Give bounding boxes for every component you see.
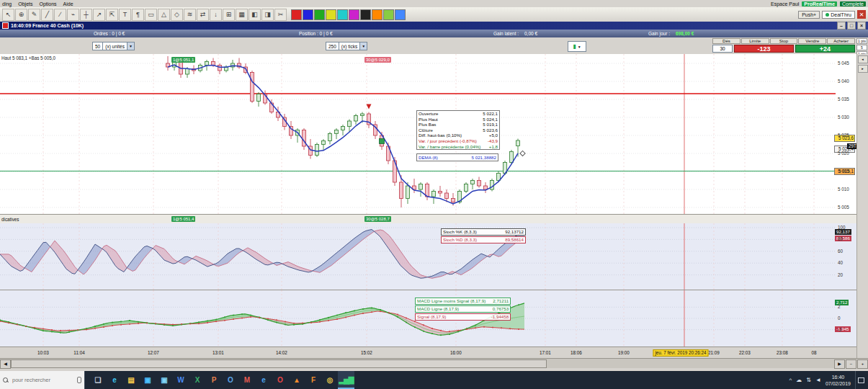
dealthru-status-dot bbox=[826, 13, 829, 17]
chart-style-selector[interactable]: ▮ ▼ bbox=[568, 41, 586, 52]
color-swatch-4[interactable] bbox=[337, 9, 348, 20]
color-swatch-1[interactable] bbox=[303, 9, 313, 20]
chrome-icon[interactable]: ◎ bbox=[321, 371, 338, 389]
chevron-down-icon[interactable]: ▼ bbox=[360, 42, 367, 50]
triangle-tool-icon[interactable]: △ bbox=[158, 9, 170, 21]
pencil-icon[interactable]: ✎ bbox=[28, 9, 40, 21]
menu-objets[interactable]: Objets bbox=[18, 1, 32, 6]
vlc-icon[interactable]: ▲ bbox=[288, 371, 305, 389]
color-swatch-6[interactable] bbox=[360, 9, 371, 20]
menu-ding[interactable]: ding bbox=[2, 1, 12, 6]
outlook-icon[interactable]: O bbox=[222, 371, 238, 389]
zoom-in-icon[interactable]: + bbox=[857, 359, 868, 369]
task-view-icon[interactable]: ❏ bbox=[89, 371, 106, 389]
split-right-icon[interactable]: ◨ bbox=[261, 9, 274, 21]
ticks-unit[interactable]: (x) ticks bbox=[339, 42, 360, 50]
zoom-icon[interactable]: ⊕ bbox=[15, 9, 27, 21]
price-chart-panel[interactable]: Haut 5 083,1 +Bas 5 005,0 1@5 051,1 30@5… bbox=[0, 54, 857, 214]
line-tool-icon[interactable]: ╱ bbox=[41, 9, 53, 21]
color-swatch-7[interactable] bbox=[372, 9, 382, 20]
menu-options[interactable]: Options bbox=[39, 1, 56, 6]
taskbar-search[interactable] bbox=[0, 371, 85, 389]
chevron-down-icon[interactable]: ▼ bbox=[127, 42, 135, 50]
units-value[interactable]: 50 bbox=[92, 42, 103, 50]
color-swatch-0[interactable] bbox=[291, 9, 302, 20]
cloud-icon[interactable]: ☁ bbox=[796, 377, 802, 383]
network-icon[interactable]: ⇅ bbox=[806, 377, 811, 383]
scroll-right-icon[interactable]: ▶ bbox=[834, 359, 845, 369]
color-swatch-8[interactable] bbox=[383, 9, 394, 20]
dealthru-button[interactable]: DealThru bbox=[822, 11, 855, 19]
compare-icon[interactable]: ⇄ bbox=[197, 9, 209, 21]
scrollbar-thumb[interactable] bbox=[11, 359, 547, 368]
edge-icon[interactable]: e bbox=[106, 371, 122, 389]
cursor-icon[interactable]: ↖ bbox=[2, 9, 14, 21]
color-swatch-9[interactable] bbox=[395, 9, 406, 20]
store-icon[interactable]: ▣ bbox=[139, 371, 156, 389]
cross-tool-icon[interactable]: ┼ bbox=[80, 9, 92, 21]
file-explorer-icon[interactable]: ▤ bbox=[122, 371, 139, 389]
scissors-icon[interactable]: ✂ bbox=[274, 9, 287, 21]
macd-panel[interactable]: MACD Ligne moins Signal (8,17,9) 2,71211… bbox=[0, 290, 857, 347]
wave-tool-icon[interactable]: ≋ bbox=[184, 9, 196, 21]
volume-icon[interactable]: ◄ bbox=[815, 377, 821, 383]
order-tab-acheter[interactable]: Acheter bbox=[827, 38, 855, 44]
stochastic-panel[interactable]: Stoch %K (8,3,3) 92,13712 Stoch %D (8,3,… bbox=[0, 223, 857, 290]
buy-button[interactable]: +24 bbox=[795, 45, 855, 53]
word-icon[interactable]: W bbox=[172, 371, 189, 389]
order-tab-stop[interactable]: Stop bbox=[770, 38, 798, 44]
text-tool-icon[interactable]: T bbox=[119, 9, 131, 21]
grid-icon[interactable]: ⊞ bbox=[223, 9, 235, 21]
ticks-selector[interactable]: 250 (x) ticks ▼ bbox=[326, 42, 367, 50]
channel-tool-icon[interactable]: ⌁ bbox=[67, 9, 79, 21]
powerpoint-icon[interactable]: P bbox=[205, 371, 222, 389]
taskbar-clock[interactable]: 16:40 07/02/2019 bbox=[826, 374, 851, 387]
zoom-out-icon[interactable]: − bbox=[846, 359, 856, 369]
photos-icon[interactable]: ▣ bbox=[156, 371, 172, 389]
prorealtime-icon[interactable]: ▂▅▇ bbox=[338, 371, 354, 389]
tray-chevron-icon[interactable]: ^ bbox=[789, 377, 792, 383]
color-swatch-3[interactable] bbox=[326, 9, 336, 20]
expand-panel-icon[interactable]: ▸ bbox=[858, 65, 868, 73]
edge-blue-icon[interactable]: e bbox=[255, 371, 272, 389]
close-icon[interactable]: ✕ bbox=[857, 10, 866, 19]
fibonacci-icon[interactable]: ⇱ bbox=[106, 9, 118, 21]
firefox-icon[interactable]: F bbox=[305, 371, 321, 389]
rectangle-tool-icon[interactable]: ▭ bbox=[145, 9, 157, 21]
scroll-left-icon[interactable]: ◀ bbox=[0, 359, 11, 369]
notification-center-icon[interactable] bbox=[855, 371, 866, 389]
ticks-value[interactable]: 250 bbox=[326, 42, 339, 50]
units-selector[interactable]: 50 (x) unités ▼ bbox=[92, 42, 135, 50]
ellipse-tool-icon[interactable]: ◇ bbox=[171, 9, 183, 21]
stochastic-chart[interactable] bbox=[0, 223, 836, 290]
push-button[interactable]: Push+ bbox=[798, 11, 820, 19]
order-tab-dés[interactable]: Dés bbox=[712, 38, 741, 44]
excel-icon[interactable]: X bbox=[189, 371, 205, 389]
search-input[interactable] bbox=[11, 376, 68, 384]
microphone-icon[interactable] bbox=[77, 377, 81, 383]
quantity-input[interactable] bbox=[712, 45, 733, 53]
window-titlebar[interactable]: 16:40:09 France 40 Cash (10K) –□× bbox=[0, 22, 868, 30]
horizontal-scrollbar[interactable]: ◀ ▶ − + bbox=[0, 358, 868, 368]
gmail-icon[interactable]: M bbox=[238, 371, 255, 389]
arrow-down-icon[interactable]: ↓ bbox=[210, 9, 222, 21]
color-swatch-5[interactable] bbox=[349, 9, 359, 20]
sell-button[interactable]: -123 bbox=[734, 45, 794, 53]
note-tool-icon[interactable]: ¶ bbox=[132, 9, 144, 21]
stop-points-field[interactable]: 1 pts bbox=[856, 38, 867, 44]
minimize-icon[interactable]: – bbox=[837, 22, 846, 30]
split-left-icon[interactable]: ◧ bbox=[249, 9, 261, 21]
chart-style-icon[interactable]: ▦ bbox=[236, 9, 248, 21]
color-swatch-2[interactable] bbox=[314, 9, 325, 20]
collapse-panel-icon[interactable]: ◂ bbox=[858, 55, 868, 63]
order-tab-vendre[interactable]: Vendre bbox=[798, 38, 826, 44]
segment-tool-icon[interactable]: ∕ bbox=[54, 9, 66, 21]
restore-icon[interactable]: □ bbox=[847, 22, 856, 30]
close-icon[interactable]: × bbox=[857, 22, 866, 30]
trend-arrow-icon[interactable]: ↗ bbox=[93, 9, 105, 21]
units-unit[interactable]: (x) unités bbox=[103, 42, 127, 50]
mid-points-field[interactable]: 5 bbox=[856, 45, 867, 50]
menu-aide[interactable]: Aide bbox=[63, 1, 73, 6]
opera-icon[interactable]: O bbox=[272, 371, 288, 389]
order-tab-limite[interactable]: Limite bbox=[741, 38, 769, 44]
